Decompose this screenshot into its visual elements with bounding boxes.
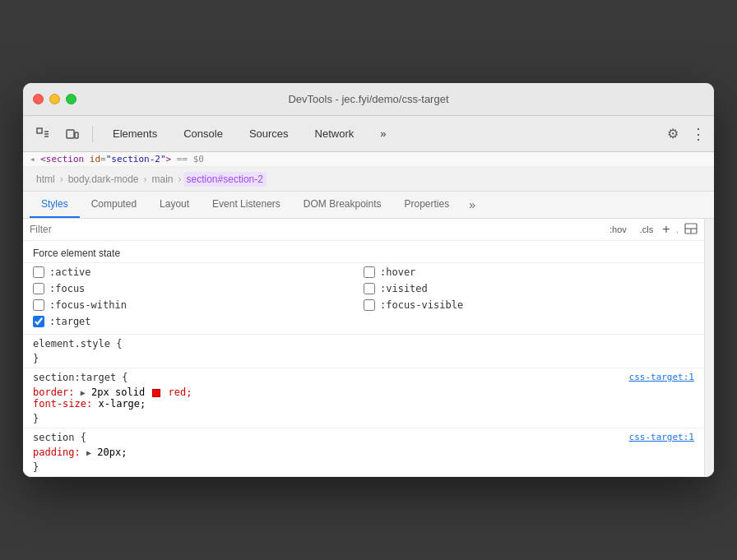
inspect-element-button[interactable] — [30, 123, 56, 146]
main-panel: :hov .cls + , Force element state — [23, 219, 714, 477]
css-rule-section-body: padding: ▶ 20px; — [23, 447, 704, 461]
element-breadcrumb-path: ◂ <section id="section-2"> == $0 — [23, 152, 714, 167]
selector-section-target: section:target { — [33, 372, 128, 383]
css-rule-section: section { css-target:1 padding: ▶ 20px; … — [23, 428, 704, 477]
breadcrumb-sep-2: › — [142, 174, 149, 185]
css-prop-padding-value: 20px; — [97, 447, 127, 458]
filter-bar: :hov .cls + , — [23, 219, 704, 241]
checkbox-focus-input[interactable] — [33, 283, 44, 294]
breadcrumb-main[interactable]: main — [149, 172, 177, 187]
panel-tabs: Styles Computed Layout Event Listeners D… — [23, 192, 714, 219]
checkbox-visited[interactable]: :visited — [364, 283, 694, 294]
scrollbar-track[interactable] — [704, 219, 714, 477]
maximize-button[interactable] — [66, 94, 76, 104]
cls-button[interactable]: .cls — [636, 222, 658, 237]
settings-icon[interactable]: ⚙ — [661, 123, 684, 146]
css-rule-section-target-close: } — [23, 413, 704, 428]
checkbox-hover-input[interactable] — [364, 266, 375, 278]
checkbox-target[interactable]: :target — [33, 316, 364, 327]
main-toolbar: Elements Console Sources Network » ⚙ ⋮ — [23, 116, 714, 152]
css-prop-padding: padding: ▶ 20px; — [33, 447, 694, 458]
css-rule-section-target-body: border: ▶ 2px solid red; font-size: x-la… — [23, 386, 704, 413]
css-padding-triangle-icon[interactable]: ▶ — [86, 448, 91, 457]
css-prop-border-color: red; — [169, 386, 192, 398]
breadcrumb-sep-1: › — [58, 174, 65, 185]
css-prop-font-size-name: font-size: — [33, 398, 92, 410]
nav-sources[interactable]: Sources — [236, 124, 302, 143]
checkbox-hover-label: :hover — [380, 266, 415, 278]
state-checkboxes-grid: :active :hover :focus :visited — [23, 263, 704, 335]
checkbox-active-label: :active — [49, 266, 91, 278]
checkbox-visited-label: :visited — [380, 283, 428, 294]
checkbox-focus-visible[interactable]: :focus-visible — [364, 299, 694, 311]
filter-input[interactable] — [30, 224, 600, 235]
close-button[interactable] — [33, 94, 44, 104]
checkbox-focus-visible-input[interactable] — [364, 299, 375, 311]
selector-section: section { — [33, 432, 86, 443]
checkbox-focus-visible-label: :focus-visible — [380, 299, 463, 311]
layout-icon[interactable] — [684, 223, 698, 237]
checkbox-focus[interactable]: :focus — [33, 283, 364, 294]
selector-text: element.style { — [33, 338, 122, 349]
css-prop-padding-name: padding: — [33, 447, 81, 458]
main-nav: Elements Console Sources Network » — [100, 124, 400, 143]
checkbox-focus-within-label: :focus-within — [49, 299, 127, 311]
checkbox-focus-within[interactable]: :focus-within — [33, 299, 364, 311]
minimize-button[interactable] — [49, 94, 60, 104]
tab-styles[interactable]: Styles — [30, 192, 80, 218]
breadcrumb-section[interactable]: section#section-2 — [183, 172, 267, 187]
hov-button[interactable]: :hov — [605, 222, 631, 237]
nav-console[interactable]: Console — [170, 124, 236, 143]
css-rule-element-style-close: } — [23, 353, 704, 368]
device-toggle-button[interactable] — [59, 123, 86, 146]
nav-more[interactable]: » — [367, 124, 399, 143]
tab-event-listeners[interactable]: Event Listeners — [201, 192, 292, 218]
css-prop-border-value: 2px solid — [91, 386, 151, 398]
breadcrumb-sep-3: › — [177, 174, 183, 185]
force-state-header: Force element state — [23, 241, 704, 263]
svg-rect-5 — [75, 132, 78, 138]
titlebar: DevTools - jec.fyi/demo/css-target — [23, 83, 714, 116]
tab-layout[interactable]: Layout — [148, 192, 201, 218]
svg-rect-4 — [67, 130, 74, 138]
dom-breadcrumbs: html › body.dark-mode › main › section#s… — [23, 167, 714, 192]
css-rule-section-selector: section { css-target:1 — [23, 428, 704, 447]
breadcrumb-path-text: ◂ <section id="section-2"> == $0 — [30, 154, 204, 164]
checkbox-target-input[interactable] — [33, 316, 44, 327]
window-title: DevTools - jec.fyi/demo/css-target — [288, 93, 448, 105]
css-prop-font-size: font-size: x-large; — [33, 398, 694, 410]
checkbox-visited-input[interactable] — [364, 283, 375, 294]
css-prop-border-name: border: — [33, 386, 75, 398]
checkbox-focus-within-input[interactable] — [33, 299, 44, 311]
css-rule-source-link-1[interactable]: css-target:1 — [629, 372, 694, 382]
tabs-more-button[interactable]: » — [461, 192, 484, 218]
css-rule-source-link-2[interactable]: css-target:1 — [629, 432, 694, 442]
checkbox-focus-label: :focus — [49, 283, 85, 294]
add-rule-button[interactable]: + — [662, 223, 670, 236]
checkbox-active-input[interactable] — [33, 266, 44, 278]
nav-network[interactable]: Network — [302, 124, 368, 143]
css-prop-border: border: ▶ 2px solid red; — [33, 386, 694, 398]
styles-panel: :hov .cls + , Force element state — [23, 219, 704, 477]
separator-icon: , — [676, 224, 679, 235]
devtools-window: DevTools - jec.fyi/demo/css-target Eleme… — [23, 83, 714, 477]
tab-properties[interactable]: Properties — [393, 192, 461, 218]
css-rule-section-close: } — [23, 461, 704, 476]
svg-rect-0 — [37, 128, 42, 133]
css-triangle-icon[interactable]: ▶ — [81, 388, 86, 397]
checkbox-target-label: :target — [49, 316, 91, 327]
tab-computed[interactable]: Computed — [80, 192, 148, 218]
toolbar-divider-1 — [92, 126, 93, 142]
breadcrumb-html[interactable]: html — [33, 172, 58, 187]
css-rule-element-style: element.style { } — [23, 335, 704, 368]
color-swatch-red[interactable] — [152, 389, 160, 397]
traffic-lights — [33, 94, 76, 104]
more-options-icon[interactable]: ⋮ — [688, 123, 707, 146]
breadcrumb-body[interactable]: body.dark-mode — [65, 172, 142, 187]
checkbox-active[interactable]: :active — [33, 266, 364, 278]
checkbox-hover[interactable]: :hover — [364, 266, 694, 278]
css-prop-font-size-value: x-large; — [98, 398, 146, 410]
ellipsis-icon: ⋮ — [691, 125, 705, 143]
tab-dom-breakpoints[interactable]: DOM Breakpoints — [292, 192, 393, 218]
nav-elements[interactable]: Elements — [100, 124, 170, 143]
